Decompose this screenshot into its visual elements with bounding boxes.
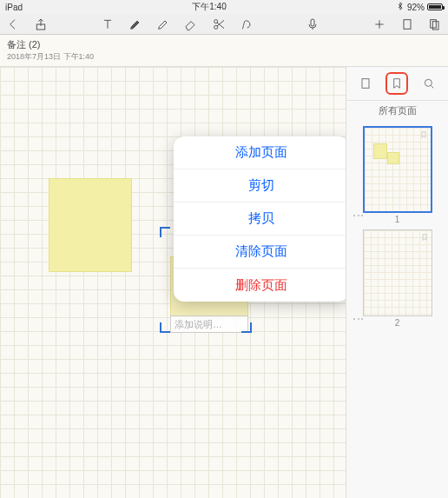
thumb-number: 1 bbox=[363, 215, 432, 224]
svg-point-8 bbox=[425, 79, 432, 86]
context-menu: 添加页面 剪切 拷贝 清除页面 删除页面 bbox=[174, 136, 346, 302]
selection-handle-tl[interactable] bbox=[160, 227, 170, 237]
bookmark-icon bbox=[420, 128, 427, 138]
pages-sidebar: 所有页面 ⋮1⋮2 bbox=[346, 67, 448, 498]
canvas[interactable]: 添加说明… 添加页面 剪切 拷贝 清除页面 删除页面 bbox=[0, 67, 346, 498]
note-title: 备注 (2) bbox=[7, 38, 441, 51]
menu-add-page[interactable]: 添加页面 bbox=[174, 136, 346, 169]
selection-handle-bl[interactable] bbox=[160, 322, 170, 333]
page-icon[interactable] bbox=[399, 17, 415, 32]
status-bar: iPad 下午1:40 92% bbox=[0, 0, 448, 14]
thumb-sticky bbox=[387, 152, 399, 164]
note-date: 2018年7月13日 下午1:40 bbox=[7, 51, 441, 63]
tab-bookmark[interactable] bbox=[385, 72, 408, 95]
add-button[interactable] bbox=[372, 17, 387, 32]
svg-rect-6 bbox=[432, 21, 438, 29]
status-right: 92% bbox=[396, 2, 443, 12]
menu-cut[interactable]: 剪切 bbox=[174, 169, 346, 203]
thumbnail-list: ⋮1⋮2 bbox=[346, 121, 448, 498]
pen-tool[interactable] bbox=[128, 17, 143, 32]
thumb-menu-button[interactable]: ⋮ bbox=[352, 210, 365, 221]
main-area: 添加说明… 添加页面 剪切 拷贝 清除页面 删除页面 所有页面 ⋮1⋮2 bbox=[0, 67, 448, 498]
tab-single-page[interactable] bbox=[354, 72, 377, 95]
menu-delete-page[interactable]: 删除页面 bbox=[174, 269, 346, 302]
back-button[interactable] bbox=[5, 17, 21, 32]
status-device: iPad bbox=[5, 3, 23, 12]
bluetooth-icon bbox=[396, 2, 405, 12]
bookmark-icon bbox=[421, 230, 428, 241]
scissors-tool[interactable] bbox=[211, 17, 227, 32]
text-tool[interactable] bbox=[100, 17, 115, 32]
svg-rect-7 bbox=[362, 79, 369, 89]
battery-percent: 92% bbox=[407, 3, 425, 12]
status-time: 下午1:40 bbox=[23, 1, 396, 13]
mic-button[interactable] bbox=[305, 17, 320, 32]
menu-clear-page[interactable]: 清除页面 bbox=[174, 236, 346, 269]
svg-rect-4 bbox=[404, 19, 411, 29]
selection-handle-br[interactable] bbox=[241, 322, 252, 333]
eraser-tool[interactable] bbox=[183, 17, 199, 32]
svg-rect-5 bbox=[431, 19, 437, 27]
page-thumbnail[interactable]: ⋮2 bbox=[363, 229, 432, 328]
highlighter-tool[interactable] bbox=[155, 17, 171, 32]
share-button[interactable] bbox=[33, 17, 49, 32]
tab-search[interactable] bbox=[418, 72, 440, 95]
lasso-tool[interactable] bbox=[239, 17, 254, 32]
thumb-number: 2 bbox=[363, 318, 432, 328]
sidebar-title: 所有页面 bbox=[346, 101, 448, 121]
sticky-note[interactable] bbox=[49, 178, 132, 272]
main-toolbar bbox=[0, 14, 448, 35]
sidebar-tabs bbox=[346, 67, 448, 101]
battery-icon bbox=[427, 3, 443, 10]
thumb-sticky bbox=[373, 143, 387, 159]
pages-panel-icon[interactable] bbox=[427, 17, 443, 32]
page-thumbnail[interactable]: ⋮1 bbox=[363, 126, 432, 224]
svg-rect-3 bbox=[311, 19, 314, 26]
menu-copy[interactable]: 拷贝 bbox=[174, 203, 346, 236]
thumb-menu-button[interactable]: ⋮ bbox=[352, 314, 365, 324]
note-header: 备注 (2) 2018年7月13日 下午1:40 bbox=[0, 35, 448, 67]
